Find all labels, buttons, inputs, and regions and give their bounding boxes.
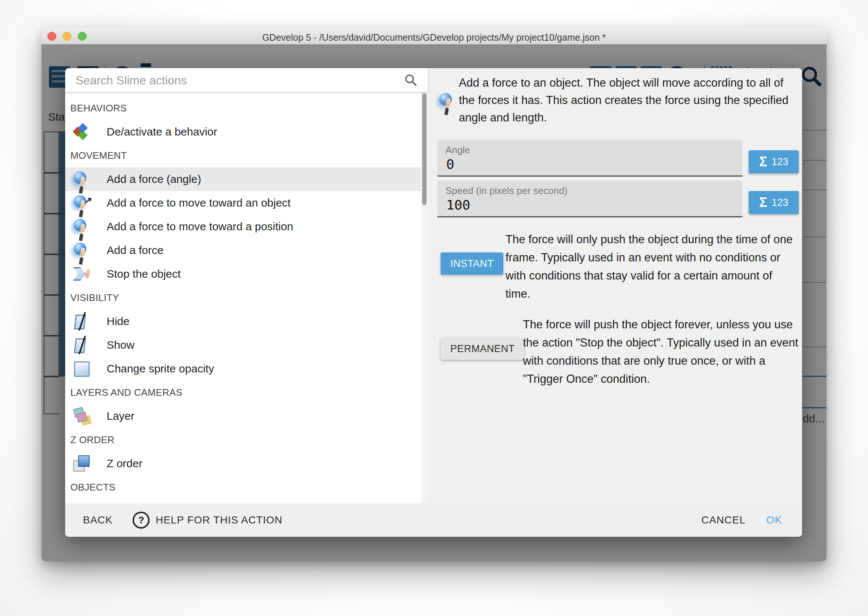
cancel-button[interactable]: CANCEL	[696, 511, 751, 530]
action-label: Stop the object	[107, 262, 181, 286]
action-list-item[interactable]: De/activate a behavior	[65, 120, 421, 144]
help-button-label: HELP FOR THIS ACTION	[156, 514, 283, 526]
stop-object-icon	[73, 266, 90, 282]
speed-field-label: Speed (in pixels per second)	[445, 185, 568, 196]
action-label: Z order	[107, 452, 143, 475]
angle-field[interactable]: Angle	[437, 140, 742, 177]
window-title: GDevelop 5 - /Users/david/Documents/GDev…	[41, 32, 827, 43]
expression-123-label: 123	[772, 198, 788, 208]
angle-expression-button[interactable]: Σ 123	[749, 150, 799, 173]
action-detail-panel: Add a force to an object. The object wil…	[428, 68, 802, 537]
action-label: Add a force (angle)	[107, 167, 201, 191]
action-list-item[interactable]: Add a force to move toward a position	[65, 215, 421, 239]
permanent-button[interactable]: PERMANENT	[441, 338, 524, 360]
force-icon	[73, 242, 90, 258]
action-label: De/activate a behavior	[107, 120, 217, 144]
action-list: BEHAVIORSDe/activate a behaviorMOVEMENTA…	[65, 92, 421, 537]
list-section-header: VISIBILITY	[65, 286, 421, 310]
z-order-icon	[73, 455, 90, 471]
action-editor-dialog: BEHAVIORSDe/activate a behaviorMOVEMENTA…	[65, 68, 802, 537]
action-list-item[interactable]: Add a force (angle)	[65, 167, 421, 191]
action-list-item[interactable]: Change sprite opacity	[65, 357, 421, 380]
action-label: Hide	[107, 310, 130, 333]
force-angle-icon	[73, 171, 90, 187]
help-icon: ?	[132, 512, 149, 529]
action-label: Change sprite opacity	[107, 357, 214, 380]
action-list-panel: BEHAVIORSDe/activate a behaviorMOVEMENTA…	[65, 68, 428, 537]
window-titlebar: GDevelop 5 - /Users/david/Documents/GDev…	[41, 28, 827, 44]
force-toward-object-icon	[73, 195, 90, 211]
action-label: Add a force to move toward a position	[107, 215, 293, 239]
instant-description: The force will only push the object duri…	[505, 230, 798, 303]
search-icon	[404, 73, 417, 86]
back-button[interactable]: BACK	[78, 511, 118, 530]
force-toward-position-icon	[73, 218, 90, 235]
help-button[interactable]: ? HELP FOR THIS ACTION	[132, 512, 283, 529]
expression-123-label: 123	[772, 157, 788, 167]
action-label: Show	[107, 333, 134, 357]
action-list-item[interactable]: Add a force	[65, 239, 421, 262]
list-section-header: LAYERS AND CAMERAS	[65, 380, 421, 404]
ok-button[interactable]: OK	[761, 511, 787, 530]
screen: GDevelop 5 - /Users/david/Documents/GDev…	[0, 0, 868, 616]
force-angle-icon	[439, 93, 455, 109]
show-icon	[73, 337, 90, 353]
action-list-item[interactable]: Stop the object	[65, 262, 421, 286]
opacity-icon	[73, 361, 90, 377]
list-section-header: BEHAVIORS	[65, 96, 421, 120]
list-section-header: MOVEMENT	[65, 144, 421, 167]
speed-expression-button[interactable]: Σ 123	[749, 191, 799, 214]
hide-icon	[73, 313, 90, 330]
action-list-item[interactable]: Show	[65, 333, 421, 357]
layer-icon	[73, 408, 90, 424]
action-description: Add a force to an object. The object wil…	[459, 74, 801, 126]
sigma-icon: Σ	[759, 196, 767, 209]
action-list-item[interactable]: Add a force to move toward an object	[65, 191, 421, 215]
action-list-item[interactable]: Layer	[65, 404, 421, 428]
list-section-header: OBJECTS	[65, 475, 421, 499]
instant-button[interactable]: INSTANT	[441, 253, 503, 275]
list-section-header: Z ORDER	[65, 428, 421, 452]
permanent-description: The force will push the object forever, …	[523, 316, 800, 388]
angle-field-label: Angle	[445, 145, 470, 156]
dialog-footer: BACK ? HELP FOR THIS ACTION CANCEL OK	[65, 503, 802, 537]
list-scrollbar[interactable]	[421, 92, 428, 537]
action-list-item[interactable]: Z order	[65, 452, 421, 475]
action-label: Layer	[107, 404, 134, 428]
sigma-icon: Σ	[759, 155, 767, 168]
angle-input[interactable]	[445, 156, 732, 172]
search-bar	[65, 68, 428, 92]
speed-input[interactable]	[445, 197, 732, 213]
action-list-item[interactable]: Hide	[65, 310, 421, 333]
search-input[interactable]	[75, 71, 395, 90]
scrollbar-thumb[interactable]	[422, 93, 426, 205]
speed-field[interactable]: Speed (in pixels per second)	[437, 181, 742, 217]
action-label: Add a force to move toward an object	[107, 191, 291, 215]
action-label: Add a force	[107, 239, 163, 262]
behavior-icon	[73, 124, 90, 140]
